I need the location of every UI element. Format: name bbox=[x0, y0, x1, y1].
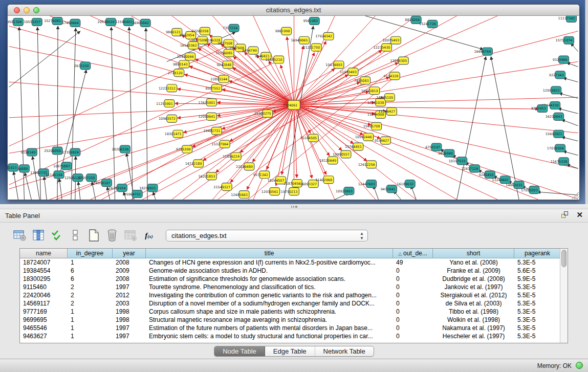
table-cell[interactable]: 18300295 bbox=[20, 275, 68, 283]
graph-node[interactable]: 15276082 bbox=[44, 17, 62, 25]
graph-node[interactable]: 19482731 bbox=[203, 127, 222, 135]
tab-node-table[interactable]: Node Table bbox=[214, 346, 265, 356]
table-row[interactable]: 977716911998Corpus callosum shape and si… bbox=[20, 308, 568, 316]
table-cell[interactable]: Investigating the contribution of common… bbox=[146, 291, 393, 299]
graph-node[interactable]: 18301471 bbox=[165, 130, 183, 138]
table-cell[interactable]: 2 bbox=[68, 291, 113, 299]
graph-node[interactable]: 9561983 bbox=[303, 17, 319, 25]
graph-node[interactable]: 21211750 bbox=[303, 43, 321, 51]
table-cell[interactable]: 5.3E-5 bbox=[514, 308, 561, 316]
graph-node[interactable]: 16753819 bbox=[361, 87, 380, 95]
table-cell[interactable]: 9115460 bbox=[20, 283, 68, 291]
graph-node[interactable]: 11117342 bbox=[558, 16, 577, 22]
column-header-in_degree[interactable]: in_degree bbox=[68, 249, 113, 258]
table-cell[interactable]: Disruption of a novel member of a sodium… bbox=[146, 299, 393, 308]
graph-node[interactable]: 17924342 bbox=[315, 32, 334, 40]
tab-edge-table[interactable]: Edge Table bbox=[265, 346, 315, 356]
table-cell[interactable]: Estimation of significance thresholds fo… bbox=[146, 275, 393, 283]
table-cell[interactable]: Changes of HCN gene expression and I(f) … bbox=[146, 258, 393, 267]
table-row[interactable]: 1872400712008Changes of HCN gene express… bbox=[20, 258, 568, 267]
graph-node[interactable]: 12048305 bbox=[390, 57, 408, 64]
graph-node[interactable]: 21549327 bbox=[213, 183, 232, 191]
column-chooser-icon[interactable] bbox=[31, 228, 46, 243]
table-cell[interactable]: Franke et al. (2009) bbox=[433, 267, 514, 275]
table-cell[interactable]: 1 bbox=[68, 316, 113, 324]
table-cell[interactable]: 0 bbox=[393, 291, 433, 299]
table-cell[interactable]: 2012 bbox=[113, 291, 146, 299]
table-cell[interactable]: 22420046 bbox=[20, 291, 68, 299]
table-cell[interactable]: Genome-wide association studies in ADHD. bbox=[146, 267, 393, 275]
graph-node[interactable]: 20206536 bbox=[112, 145, 130, 153]
graph-node[interactable]: 9861998 bbox=[275, 27, 292, 35]
table-cell[interactable]: 2008 bbox=[113, 258, 146, 267]
graph-node[interactable]: 12215430 bbox=[374, 43, 392, 51]
graph-node[interactable]: 11586901 bbox=[115, 18, 134, 26]
table-cell[interactable]: Corpus callosum shape and size in male p… bbox=[146, 308, 393, 316]
network-window-titlebar[interactable]: citations_edges.txt bbox=[8, 5, 579, 16]
table-cell[interactable]: 1998 bbox=[113, 308, 146, 316]
graph-node[interactable]: 12058641 bbox=[198, 113, 216, 120]
graph-node[interactable]: 12161038 bbox=[367, 99, 386, 106]
graph-node[interactable]: 9329966 bbox=[553, 56, 569, 63]
table-settings-icon[interactable] bbox=[12, 228, 28, 243]
table-cell[interactable]: 5.3E-5 bbox=[514, 258, 561, 267]
table-cell[interactable]: Stergiakouli et al. (2012) bbox=[433, 291, 514, 299]
graph-node[interactable]: 9227343 bbox=[549, 71, 565, 79]
close-panel-icon[interactable]: ✕ bbox=[576, 211, 583, 219]
table-cell[interactable]: 1997 bbox=[113, 324, 146, 332]
graph-node[interactable]: 7357224 bbox=[223, 24, 239, 32]
table-row[interactable]: 946362711997Embryonic stem cells: a mode… bbox=[20, 332, 568, 340]
table-cell[interactable]: 0 bbox=[393, 324, 433, 332]
network-canvas[interactable]: 9581304105532571527608217450664205380191… bbox=[8, 16, 579, 200]
graph-node[interactable]: 10197533 bbox=[449, 157, 467, 165]
table-cell[interactable]: 9777169 bbox=[20, 308, 68, 316]
table-cell[interactable]: 5.9E-5 bbox=[514, 275, 561, 283]
graph-node[interactable]: 11253901 bbox=[156, 100, 175, 107]
clear-selection-icon[interactable] bbox=[68, 228, 83, 243]
graph-node[interactable]: 12612256 bbox=[358, 161, 377, 168]
table-cell[interactable]: 2 bbox=[68, 283, 113, 291]
table-cell[interactable]: Embryonic stem cells: a model to study s… bbox=[146, 332, 393, 340]
table-row[interactable]: 969969511998Structural magnetic resonanc… bbox=[20, 316, 568, 324]
graph-node[interactable]: 15692921 bbox=[546, 130, 564, 138]
table-cell[interactable]: 5.5E-5 bbox=[514, 291, 561, 299]
vertical-scrollbar[interactable] bbox=[560, 249, 568, 343]
table-cell[interactable]: 0 bbox=[393, 283, 433, 291]
graph-node[interactable]: 10553257 bbox=[24, 18, 42, 26]
scrollbar-thumb[interactable] bbox=[561, 250, 567, 267]
table-row[interactable]: 1830029562008Estimation of significance … bbox=[20, 275, 568, 283]
table-cell[interactable]: 5.3E-5 bbox=[514, 299, 561, 308]
table-cell[interactable]: 0 bbox=[393, 267, 433, 275]
graph-node[interactable]: 16905842 bbox=[132, 19, 150, 27]
graph-node[interactable]: 9581304 bbox=[8, 18, 23, 26]
graph-node[interactable]: 16648784 bbox=[474, 48, 492, 55]
graph-node[interactable]: 10925893 bbox=[336, 187, 354, 195]
graph-node[interactable]: 9242848 bbox=[216, 61, 233, 69]
table-cell[interactable]: 0 bbox=[393, 299, 433, 308]
table-cell[interactable]: 2009 bbox=[113, 267, 146, 275]
graph-node[interactable]: 12485663 bbox=[231, 191, 249, 199]
graph-node[interactable]: 15241726 bbox=[419, 20, 438, 28]
table-cell[interactable]: 18724007 bbox=[20, 258, 68, 267]
graph-node[interactable]: 17635901 bbox=[198, 99, 216, 106]
column-header-pagerank[interactable]: pagerank bbox=[514, 249, 561, 258]
graph-node[interactable]: 8927552 bbox=[206, 84, 222, 92]
panel-splitter[interactable] bbox=[0, 204, 588, 209]
table-cell[interactable]: 9699695 bbox=[20, 316, 68, 324]
table-cell[interactable]: 1997 bbox=[113, 283, 146, 291]
graph-node[interactable]: 25300275 bbox=[254, 110, 273, 117]
graph-node[interactable]: 22420046 bbox=[177, 53, 195, 60]
column-header-name[interactable]: name bbox=[20, 249, 68, 258]
import-table-icon[interactable] bbox=[123, 228, 138, 243]
graph-node[interactable]: 12447603 bbox=[358, 180, 377, 188]
graph-node[interactable]: 20538019 bbox=[98, 18, 116, 26]
table-cell[interactable]: Jankovic et al. (1997) bbox=[433, 283, 514, 291]
table-cell[interactable]: 5.3E-5 bbox=[514, 316, 561, 324]
new-table-icon[interactable] bbox=[86, 228, 101, 243]
tab-network-table[interactable]: Network Table bbox=[315, 346, 374, 356]
graph-node[interactable]: 16949065 bbox=[291, 36, 309, 44]
graph-node[interactable]: 15964751 bbox=[124, 190, 142, 198]
table-cell[interactable]: 1 bbox=[68, 324, 113, 332]
table-cell[interactable]: 1 bbox=[68, 308, 113, 316]
graph-node[interactable]: 17450664 bbox=[62, 19, 80, 27]
